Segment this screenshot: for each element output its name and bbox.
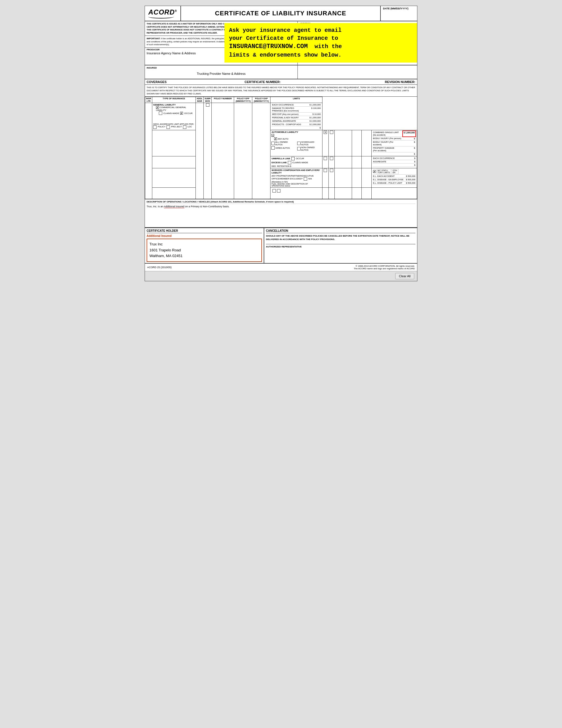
umbrella-addl bbox=[322, 156, 328, 168]
umbrella-addl-box bbox=[323, 157, 327, 160]
project-checkbox bbox=[167, 125, 170, 129]
cancellation-label: CANCELLATION bbox=[266, 229, 415, 233]
gl-limit-label-5: PRODUCTS - COMP/OP AGG bbox=[272, 123, 306, 126]
blank-type bbox=[271, 187, 322, 199]
gl-limits-cell: EACH OCCURRENCE$ 1,000,000 DAMAGE TO REN… bbox=[271, 103, 322, 130]
auto-limit-val-0: $ 1,000,000 bbox=[403, 131, 416, 137]
blank-box2 bbox=[277, 189, 281, 193]
auto-addl-checkbox: X bbox=[323, 131, 327, 134]
scheduled-checkbox bbox=[297, 142, 300, 145]
gl-limit-label-1: DAMAGE TO RENTEDPREMISES (Ea occurrence) bbox=[272, 107, 306, 113]
auto-limit-val-1: $ bbox=[403, 137, 416, 140]
auto-addl: X bbox=[322, 130, 328, 156]
blank-policy bbox=[335, 187, 352, 199]
auto-limit-val-3: $ bbox=[403, 146, 416, 152]
wc-policy-num bbox=[335, 168, 352, 187]
auto-limit-label-0: COMBINED SINGLE LIMIT(Ea accident) bbox=[372, 131, 403, 137]
wc-limit-val-3: $ 500,000 bbox=[405, 181, 416, 185]
loc-checkbox bbox=[183, 125, 186, 129]
umbrella-limit-label-2 bbox=[372, 163, 412, 167]
umbrella-limit-val-0: $ bbox=[412, 157, 416, 160]
blank-addl bbox=[322, 187, 328, 199]
bottom-bar: Clear All bbox=[145, 271, 417, 281]
policy-checkbox bbox=[153, 125, 157, 129]
header-row: ACORD® CERTIFICATE OF LIABILITY INSURANC… bbox=[145, 6, 417, 21]
gl-subr-box bbox=[206, 103, 210, 107]
blank-row bbox=[145, 187, 417, 199]
blank-box1 bbox=[273, 189, 276, 193]
auto-eff bbox=[352, 130, 361, 156]
blank-subr bbox=[328, 187, 335, 199]
auto-row: AUTOMOBILE LIABILITY X ✗ ANY AUTO bbox=[145, 130, 417, 156]
cert-holder-box: Trux Inc 1601 Trapelo Road Waltham, MA 0… bbox=[147, 239, 262, 262]
umbrella-insr-ltr bbox=[152, 156, 196, 168]
blank-exp bbox=[362, 187, 371, 199]
umbrella-limit-label-0: EACH OCCURRENCE bbox=[372, 157, 412, 160]
cancellation-text: SHOULD ANY OF THE ABOVE DESCRIBED POLICI… bbox=[266, 234, 415, 241]
insured-left: INSURED Trucking Provider Name & Address bbox=[145, 65, 298, 79]
auto-limits-table: COMBINED SINGLE LIMIT(Ea accident) $ 1,0… bbox=[372, 131, 416, 156]
gl-limit-label-0: EACH OCCURRENCE bbox=[272, 103, 306, 107]
additional-insured-text: Additional Insured bbox=[164, 205, 185, 208]
auto-limit-label-2: BODILY INJURY (Per accident) bbox=[372, 140, 403, 146]
wc-insr-ltr bbox=[152, 168, 196, 187]
gl-eff bbox=[234, 103, 252, 199]
page-title: CERTIFICATE OF LIABILITY INSURANCE bbox=[181, 6, 380, 21]
auto-limit-val-2: $ bbox=[403, 140, 416, 146]
wc-row: WORKERS COMPENSATION AND EMPLOYERS' LIAB… bbox=[145, 168, 417, 187]
gl-limit-val-0: $ 1,000,000 bbox=[307, 103, 321, 107]
excess-claims-checkbox bbox=[288, 161, 291, 164]
footer-copyright: © 1988-2010 ACORD CORPORATION. All right… bbox=[354, 265, 415, 267]
umbrella-limit-label-1: AGGREGATE bbox=[372, 160, 412, 163]
col-header-exp: POLICY EXP(MM/DD/YYYY) bbox=[252, 97, 271, 103]
main-coverages-table: INSRLTR TYPE OF INSURANCE ADDLINSR SUBRW… bbox=[145, 97, 417, 199]
wc-subr bbox=[328, 168, 335, 187]
logo: ACORD® bbox=[148, 8, 177, 16]
additional-insured-label: Additional Insured bbox=[147, 234, 262, 237]
auto-policy-num bbox=[335, 130, 352, 156]
occur-checkbox: ✗ bbox=[180, 112, 183, 115]
gl-limit-label-2: MED EXP (Any one person) bbox=[272, 113, 306, 116]
col-header-limits: LIMITS bbox=[271, 97, 322, 103]
clear-all-button[interactable]: Clear All bbox=[395, 273, 414, 279]
all-owned-checkbox bbox=[272, 142, 275, 145]
gl-subr bbox=[204, 103, 212, 199]
auto-limit-label-1: BODILY INJURY (Per person) bbox=[372, 137, 403, 140]
auto-limit-val-4: $ bbox=[403, 152, 416, 156]
cert-text: THIS IS TO CERTIFY THAT THE POLICIES OF … bbox=[145, 85, 417, 97]
wc-limit-val-1: $ 500,000 bbox=[405, 174, 416, 178]
auto-x-checkbox: X bbox=[272, 134, 274, 137]
gl-limit-val-6: $ bbox=[307, 126, 321, 130]
bottom-section: CERTIFICATE HOLDER Additional Insured Tr… bbox=[145, 227, 417, 263]
cancellation-section: CANCELLATION SHOULD ANY OF THE ABOVE DES… bbox=[264, 228, 417, 263]
cert-holder-company: Trux Inc bbox=[150, 241, 259, 247]
coverages-header: COVERAGES CERTIFICATE NUMBER: REVISION N… bbox=[145, 79, 417, 85]
footer-section: ACORD 25 (2010/05) © 1988-2010 ACORD COR… bbox=[145, 263, 417, 271]
non-owned-checkbox bbox=[297, 147, 300, 150]
gl-policy-num bbox=[212, 103, 234, 199]
umbrella-occur-checkbox bbox=[291, 157, 294, 160]
umbrella-limit-val-2: $ bbox=[412, 163, 416, 167]
auth-rep-section: AUTHORIZED REPRESENTATIVE bbox=[266, 244, 415, 248]
logo-text: ACORD bbox=[148, 8, 175, 16]
insured-right bbox=[298, 65, 417, 79]
wc-addl-box bbox=[323, 169, 327, 172]
wc-excluded-checkbox bbox=[304, 177, 307, 181]
umbrella-limit-val-1: $ bbox=[412, 160, 416, 163]
wc-limits-table: ✗ WC STATU-TORY LIMITS OTH-ER E.L. EACH … bbox=[372, 169, 416, 185]
umbrella-eff bbox=[352, 156, 361, 168]
umbrella-type: UMBRELLA LIAB OCCUR EXCESS LIAB CLAIMS-M… bbox=[271, 156, 322, 168]
auto-subr bbox=[328, 130, 335, 156]
gl-limits-table: EACH OCCURRENCE$ 1,000,000 DAMAGE TO REN… bbox=[272, 103, 321, 130]
wc-type: WORKERS COMPENSATION AND EMPLOYERS' LIAB… bbox=[271, 168, 322, 187]
umbrella-subr bbox=[328, 156, 335, 168]
wc-limit-label-1: E.L. EACH ACCIDENT bbox=[372, 174, 405, 178]
col-header-insr: INSRLTR bbox=[145, 97, 152, 103]
auto-limit-label-3: PROPERTY DAMAGE(Per accident) bbox=[372, 146, 403, 152]
operations-section: DESCRIPTION OF OPERATIONS / LOCATIONS / … bbox=[145, 199, 417, 227]
col-header-eff: POLICY EFF(MM/DD/YYYY) bbox=[234, 97, 252, 103]
footer-right: © 1988-2010 ACORD CORPORATION. All right… bbox=[354, 265, 415, 270]
gl-limit-label-3: PERSONAL & ADV INJURY bbox=[272, 116, 306, 119]
gl-title-row: GENERAL LIABILITY ✗ COMMERCIAL GENERAL L… bbox=[145, 103, 417, 130]
cert-holder-address1: 1601 Trapelo Road bbox=[150, 247, 259, 253]
